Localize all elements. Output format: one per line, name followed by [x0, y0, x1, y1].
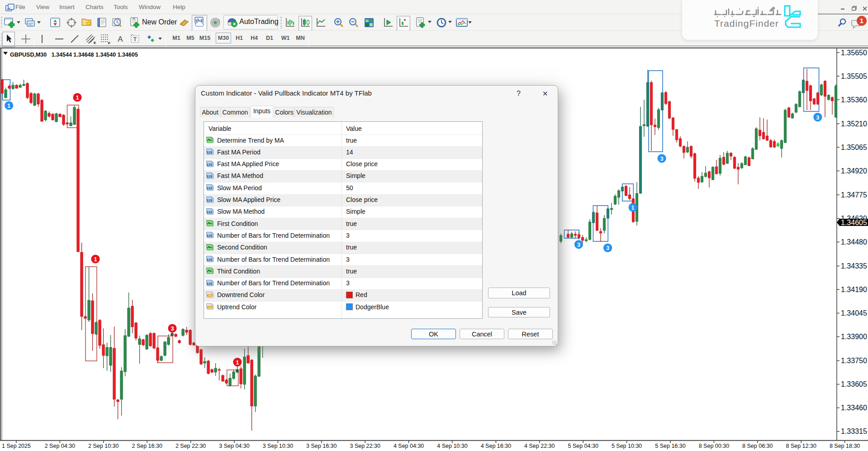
svg-text:123: 123	[207, 150, 213, 154]
svg-text:E: E	[94, 41, 96, 45]
svg-text:123: 123	[207, 258, 213, 262]
svg-text:1.33460: 1.33460	[841, 404, 867, 412]
svg-text:4 Sep 04:30: 4 Sep 04:30	[394, 443, 424, 449]
svg-text:5 Sep 04:30: 5 Sep 04:30	[568, 443, 598, 449]
svg-text:123: 123	[207, 234, 213, 238]
svg-text:1.33315: 1.33315	[841, 427, 867, 435]
svg-text:F: F	[108, 41, 110, 45]
svg-text:1.34920: 1.34920	[841, 167, 867, 175]
svg-text:GBPUSD,M30 1.34544 1.34648 1: GBPUSD,M30 1.34544 1.34648 1.34540 1.346…	[10, 52, 138, 58]
svg-text:3: 3	[606, 245, 609, 251]
svg-text:3: 3	[816, 114, 819, 121]
svg-text:123: 123	[207, 282, 213, 286]
svg-text:1.34605: 1.34605	[841, 219, 867, 226]
svg-text:8 Sep 12:30: 8 Sep 12:30	[786, 443, 816, 449]
svg-text:123: 123	[207, 198, 213, 202]
svg-text:1: 1	[236, 359, 239, 366]
svg-text:2 Sep 10:30: 2 Sep 10:30	[88, 443, 119, 449]
svg-text:1: 1	[7, 102, 10, 109]
svg-text:2 Sep 04:30: 2 Sep 04:30	[45, 443, 75, 449]
svg-text:3: 3	[577, 241, 580, 248]
svg-text:4 Sep 16:30: 4 Sep 16:30	[481, 443, 511, 449]
svg-text:1.35650: 1.35650	[841, 49, 867, 57]
svg-text:123: 123	[207, 210, 213, 214]
svg-text:8 Sep 06:30: 8 Sep 06:30	[742, 443, 773, 449]
svg-text:123: 123	[207, 186, 213, 190]
svg-text:1: 1	[76, 94, 79, 101]
svg-text:5 Sep 16:30: 5 Sep 16:30	[655, 443, 685, 449]
svg-text:2 Sep 16:30: 2 Sep 16:30	[132, 443, 162, 449]
svg-text:3 Sep 16:30: 3 Sep 16:30	[306, 443, 337, 449]
svg-text:1.35210: 1.35210	[841, 120, 867, 128]
svg-text:4 Sep 10:30: 4 Sep 10:30	[437, 443, 467, 449]
svg-text:1.33900: 1.33900	[841, 333, 867, 341]
svg-text:3 Sep 22:30: 3 Sep 22:30	[350, 443, 380, 449]
svg-text:123: 123	[207, 163, 213, 167]
svg-text:1.34190: 1.34190	[841, 286, 867, 293]
svg-text:1.33750: 1.33750	[841, 357, 867, 365]
svg-text:3 Sep 04:30: 3 Sep 04:30	[219, 443, 249, 449]
svg-text:1: 1	[631, 204, 635, 211]
svg-text:5 Sep 10:30: 5 Sep 10:30	[612, 443, 642, 449]
svg-text:T: T	[133, 36, 137, 43]
svg-text:1 Sep 2025: 1 Sep 2025	[2, 443, 31, 449]
svg-text:2 Sep 22:30: 2 Sep 22:30	[175, 443, 206, 449]
svg-text:3: 3	[171, 325, 174, 332]
svg-text:1.35065: 1.35065	[841, 144, 867, 151]
svg-text:4 Sep 22:30: 4 Sep 22:30	[524, 443, 555, 449]
svg-text:8 Sep 18:30: 8 Sep 18:30	[830, 443, 860, 449]
svg-text:8 Sep 00:30: 8 Sep 00:30	[699, 443, 729, 449]
svg-text:1.34335: 1.34335	[841, 262, 867, 270]
svg-text:1.34045: 1.34045	[841, 309, 867, 317]
svg-text:1.35360: 1.35360	[841, 96, 867, 104]
svg-text:3 Sep 10:30: 3 Sep 10:30	[263, 443, 293, 449]
svg-text:3: 3	[660, 155, 663, 162]
svg-text:1.35505: 1.35505	[841, 72, 867, 80]
svg-text:1.33605: 1.33605	[841, 380, 867, 388]
svg-text:1.34480: 1.34480	[841, 238, 867, 246]
svg-text:123: 123	[207, 174, 213, 178]
svg-text:1: 1	[94, 256, 97, 263]
svg-text:A: A	[118, 35, 123, 43]
svg-text:1.34775: 1.34775	[841, 191, 867, 199]
